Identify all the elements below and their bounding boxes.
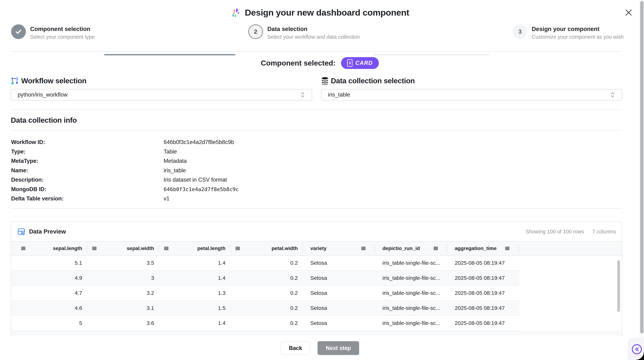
step-complete-check-icon: [11, 24, 26, 39]
table-cell: 2025-08-05 08:19:47: [447, 320, 519, 326]
info-rows: Workflow ID: 646b0f3c1e4a2d7f8e5b8c9b Ty…: [11, 138, 406, 203]
table-cell: iris_table-single-file-sc...: [375, 290, 447, 296]
table-cell: 1.4: [159, 260, 230, 266]
table-cell: 2025-08-05 08:19:47: [447, 290, 519, 296]
columns-summary: 7 columns: [592, 229, 616, 235]
info-row: MetaType: Metadata: [11, 156, 406, 166]
column-header-sepal.width[interactable]: sepal.width: [87, 242, 159, 255]
column-menu-icon[interactable]: [92, 247, 96, 247]
column-header-variety[interactable]: variety: [303, 242, 375, 255]
info-label: Type:: [11, 149, 164, 155]
info-row: Type: Table: [11, 147, 406, 157]
workflow-select[interactable]: python/iris_workflow: [11, 89, 312, 100]
data-collection-select[interactable]: iris_table: [321, 89, 622, 100]
table-cell: 0.2: [230, 260, 303, 266]
table-cell: 2025-08-05 08:19:47: [447, 275, 519, 281]
table-header-row: sepal.lengthsepal.widthpetal.lengthpetal…: [11, 242, 519, 255]
data-preview-title: Data Preview: [29, 228, 66, 235]
column-header-sepal.length[interactable]: sepal.length: [11, 242, 87, 255]
next-step-button[interactable]: Next step: [318, 341, 359, 355]
step-subtitle: Customize your component as you wish: [532, 34, 624, 40]
stepper-step-design-component[interactable]: 3 Design your component Customize your c…: [513, 24, 624, 40]
column-menu-icon[interactable]: [434, 247, 438, 247]
rows-summary: Showing 100 of 100 rows: [526, 229, 584, 235]
close-icon[interactable]: [623, 7, 634, 18]
table-vertical-scrollbar[interactable]: [617, 258, 620, 335]
table-row: 53.61.40.2Setosairis_table-single-file-s…: [11, 316, 520, 331]
column-header-label: variety: [310, 246, 326, 251]
data-collection-select-value: iris_table: [328, 92, 350, 98]
info-value: iris_table: [164, 167, 186, 174]
table-cell: 0.2: [230, 290, 303, 296]
divider: [11, 51, 622, 52]
page-scrollbar[interactable]: [640, 0, 644, 360]
table-scrollbar-thumb[interactable]: [617, 260, 620, 312]
workflow-select-value: python/iris_workflow: [18, 92, 68, 98]
table-cell: 3.1: [87, 305, 159, 311]
info-label: Name:: [11, 167, 164, 174]
column-header-petal.length[interactable]: petal.length: [159, 242, 230, 255]
data-preview-header: Data Preview Showing 100 of 100 rows 7 c…: [11, 222, 622, 241]
table-cell: 5: [11, 320, 87, 326]
stepper-connector: [104, 54, 235, 55]
table-cell: iris_table-single-file-sc...: [375, 275, 447, 281]
step-number-badge: 2: [248, 24, 263, 39]
column-header-label: petal.width: [272, 246, 298, 251]
divider: [11, 109, 622, 110]
divider: [11, 130, 622, 131]
back-button[interactable]: Back: [280, 341, 310, 355]
step-title: Design your component: [532, 25, 624, 33]
column-header-petal.width[interactable]: petal.width: [230, 242, 303, 255]
column-menu-icon[interactable]: [21, 247, 26, 247]
table-row: 4.931.40.2Setosairis_table-single-file-s…: [11, 271, 520, 286]
stepper-step-data-selection[interactable]: 2 Data selection Select your workflow an…: [248, 24, 360, 40]
component-selected-label: Component selected:: [261, 59, 336, 67]
modal-title: Design your new dashboard component: [245, 7, 409, 17]
info-value: 646b0f3c1e4a2d7f8e5b8c9b: [164, 139, 234, 146]
step-subtitle: Select your component type: [30, 34, 94, 40]
table-cell: 2025-08-05 08:19:47: [447, 305, 519, 311]
column-header-label: aggregation_time: [455, 246, 496, 251]
column-header-label: depictio_run_id: [382, 246, 420, 251]
table-cell: 4.9: [11, 275, 87, 281]
info-label: Workflow ID:: [11, 139, 164, 146]
stepper-step-component-selection[interactable]: Component selection Select your componen…: [11, 24, 94, 40]
table-cell: 1.5: [159, 305, 230, 311]
stepper-connector: [374, 54, 489, 55]
info-label: MetaType:: [11, 158, 164, 164]
column-menu-icon[interactable]: [164, 247, 168, 247]
modal-footer: Back Next step: [0, 336, 640, 360]
table-row: 5.13.51.40.2Setosairis_table-single-file…: [11, 256, 520, 271]
table-preview-icon: [18, 228, 25, 235]
table-header: sepal.lengthsepal.widthpetal.lengthpetal…: [11, 241, 622, 256]
table-body: 5.13.51.40.2Setosairis_table-single-file…: [11, 256, 520, 331]
table-cell: 0.2: [230, 320, 303, 326]
database-icon: [321, 77, 329, 85]
table-cell: 0.2: [230, 275, 303, 281]
data-collection-selection-heading: Data collection selection: [321, 77, 415, 85]
info-value: v1: [164, 195, 170, 202]
info-row: Name: iris_table: [11, 166, 406, 175]
column-menu-icon[interactable]: [236, 247, 240, 247]
step-subtitle: Select your workflow and data collection: [267, 34, 360, 40]
modal-header: Design your new dashboard component: [0, 5, 640, 20]
column-header-aggregation_time[interactable]: aggregation_time: [447, 242, 519, 255]
page-scrollbar-thumb[interactable]: [640, 1, 644, 334]
workflow-selection-title: Workflow selection: [21, 77, 86, 85]
info-value: Iris dataset in CSV format: [164, 177, 227, 183]
info-value: 646b0f3c1e4a2d7f8e5b8c9c: [164, 186, 239, 192]
column-header-depictio_run_id[interactable]: depictio_run_id: [375, 242, 447, 255]
step-title: Data selection: [267, 25, 360, 33]
column-header-label: sepal.width: [127, 246, 154, 251]
table-cell: iris_table-single-file-sc...: [375, 305, 447, 311]
table-cell: Setosa: [303, 290, 375, 296]
column-menu-icon[interactable]: [505, 247, 510, 247]
card-type-badge: 3 CARD: [341, 57, 379, 69]
column-header-label: petal.length: [197, 246, 226, 251]
column-menu-icon[interactable]: [361, 247, 366, 247]
info-label: MongoDB ID:: [11, 186, 164, 192]
info-value: Table: [164, 149, 177, 155]
chevron-up-down-icon: [610, 91, 615, 98]
table-cell: 4.7: [11, 290, 87, 296]
workflow-selection-heading: Workflow selection: [11, 77, 86, 85]
